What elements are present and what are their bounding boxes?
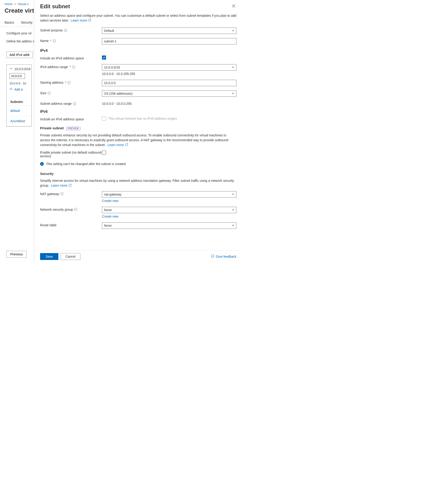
enable-private-label: Enable private subnet (no default outbou…	[40, 151, 102, 158]
starting-address-input[interactable]	[102, 80, 236, 86]
enable-private-checkbox[interactable]	[102, 151, 106, 155]
route-table-value: None	[104, 224, 112, 227]
ipv4-range-hint: 10.0.0.0 - 10.0.255.255	[102, 72, 236, 76]
ipv4-range-label: IPv4 address range* i	[40, 64, 102, 69]
size-select[interactable]: /24 (256 addresses)	[102, 90, 236, 97]
external-link-icon	[68, 184, 72, 187]
include-ipv4-label: Include an IPv4 address space	[40, 56, 102, 60]
include-ipv6-checkbox	[102, 116, 106, 121]
size-label: Size i	[40, 90, 102, 95]
private-subnet-desc: Private subnets enhance security by not …	[40, 133, 236, 148]
add-subnet-link[interactable]: Add a	[7, 87, 31, 95]
include-ipv6-label: Include an IPv6 address space	[40, 116, 102, 121]
subnet-purpose-select[interactable]: Default	[102, 27, 236, 34]
preview-badge: PREVIEW	[66, 127, 80, 130]
start-address-input[interactable]	[9, 73, 25, 79]
add-subnet-label: Add a	[15, 88, 23, 91]
breadcrumb-prev[interactable]: Virtual n	[18, 2, 29, 6]
ipv4-heading: IPv4	[40, 49, 236, 53]
nat-gateway-label: NAT gateway i	[40, 191, 102, 196]
nat-gateway-select[interactable]: nat-gateway	[102, 191, 236, 198]
cancel-button[interactable]: Cancel	[61, 253, 80, 260]
check-icon	[103, 56, 105, 59]
subnets-header: Subnets	[7, 95, 31, 106]
starting-address-label: Starting address* i	[40, 80, 102, 84]
subnet-range-value: 10.0.0.0 - 10.0.0.255	[102, 102, 236, 106]
learn-more-link[interactable]: Learn more	[51, 184, 71, 187]
nsg-select[interactable]: None	[102, 207, 236, 213]
chevron-down-icon	[232, 193, 234, 196]
private-notice: i This setting can't be changed after th…	[40, 162, 236, 166]
route-table-label: Route table	[40, 222, 102, 227]
close-button[interactable]	[231, 3, 236, 9]
ipv6-hint: This virtual network has no IPv6 address…	[108, 117, 178, 120]
expanded-range: 10.0.0.0 - 10	[7, 81, 31, 87]
subnet-row-azurebast[interactable]: AzureBast	[7, 116, 31, 126]
info-icon[interactable]: i	[68, 81, 71, 84]
tab-security[interactable]: Security	[20, 18, 33, 27]
chevron-down-icon	[232, 92, 234, 95]
edit-subnet-panel: Edit subnet Select an address space and …	[34, 0, 242, 262]
nsg-label: Network security group i	[40, 207, 102, 211]
learn-more-link[interactable]: Learn more	[71, 19, 91, 22]
add-ipv4-button[interactable]: Add IPv4 addr	[6, 52, 33, 58]
breadcrumb-home[interactable]: Home	[5, 2, 13, 6]
name-input[interactable]	[102, 38, 236, 44]
address-space-card: 10.0.0.0/16 10.0.0.0 - 10 Add a Subnets …	[6, 64, 32, 127]
security-desc: Simplify internet access for virtual mac…	[40, 178, 236, 188]
give-feedback-link[interactable]: Give feedback	[211, 254, 237, 259]
info-icon[interactable]: i	[73, 102, 76, 105]
external-link-icon	[125, 143, 128, 147]
feedback-icon	[211, 254, 215, 259]
panel-title: Edit subnet	[40, 3, 70, 10]
subnet-row-default[interactable]: default	[7, 106, 31, 116]
nat-gateway-value: nat-gateway	[104, 193, 121, 196]
external-link-icon	[88, 19, 91, 22]
tab-basics[interactable]: Basics	[4, 18, 15, 27]
chevron-down-icon	[232, 29, 234, 33]
create-new-nsg-link[interactable]: Create new	[102, 214, 118, 218]
chevron-down-icon	[232, 224, 234, 227]
nsg-value: None	[104, 208, 112, 212]
chevron-down-icon	[232, 66, 234, 69]
private-notice-text: This setting can't be changed after the …	[46, 162, 126, 166]
chevron-down-icon	[232, 208, 234, 212]
learn-more-link[interactable]: Learn more	[107, 143, 128, 147]
save-button[interactable]: Save	[40, 253, 58, 260]
subnet-range-label: Subnet address range i	[40, 101, 102, 106]
create-new-nat-link[interactable]: Create new	[102, 199, 118, 203]
previous-button[interactable]: Previous	[6, 251, 27, 258]
ipv6-heading: IPv6	[40, 110, 236, 114]
close-icon	[232, 5, 235, 8]
private-subnet-heading: Private subnet PREVIEW	[40, 126, 236, 130]
info-icon[interactable]: i	[72, 66, 75, 68]
route-table-select[interactable]: None	[102, 222, 236, 229]
plus-icon	[9, 87, 13, 91]
include-ipv4-checkbox[interactable]	[102, 56, 106, 60]
info-solid-icon: i	[40, 162, 44, 166]
ipv4-range-value: 10.0.0.0/16	[104, 66, 120, 69]
panel-footer: Save Cancel Give feedback	[35, 250, 242, 262]
chevron-right-icon: >	[14, 2, 16, 6]
info-icon[interactable]: i	[53, 40, 56, 42]
info-icon[interactable]: i	[64, 29, 67, 32]
ipv4-range-select[interactable]: 10.0.0.0/16	[102, 64, 236, 71]
security-heading: Security	[40, 172, 236, 176]
feedback-label: Give feedback	[216, 255, 237, 258]
subnet-purpose-label: Subnet purpose i	[40, 27, 102, 32]
size-value: /24 (256 addresses)	[104, 92, 133, 95]
address-range-label: 10.0.0.0/16	[15, 67, 31, 71]
info-icon[interactable]: i	[74, 208, 77, 211]
panel-description: Select an address space and configure yo…	[40, 13, 236, 23]
info-icon[interactable]: i	[48, 92, 51, 95]
subnet-purpose-value: Default	[104, 29, 114, 33]
name-label: Name* i	[40, 38, 102, 43]
chevron-up-icon[interactable]	[9, 67, 13, 71]
info-icon[interactable]: i	[60, 192, 64, 195]
